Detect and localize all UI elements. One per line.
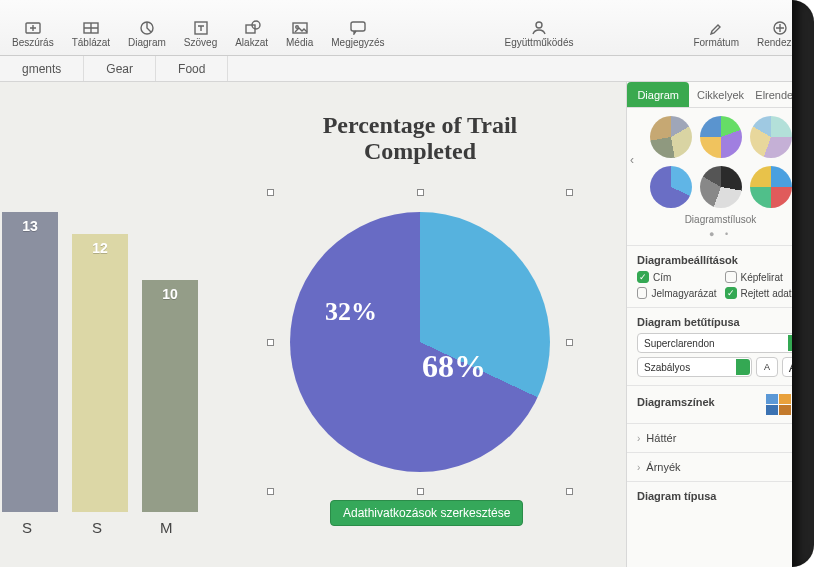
styles-label: Diagramstílusok [627,212,814,229]
selection-handle[interactable] [267,339,274,346]
colors-title: Diagramszínek [637,396,715,408]
chart-type-row[interactable]: Diagram típusa [627,482,814,510]
checkbox-title[interactable]: ✓Cím [637,271,717,283]
plus-box-icon [24,19,42,35]
pie-chart-selection[interactable]: 32% 68% [270,192,570,492]
chart-style[interactable] [650,116,692,158]
chart-style[interactable] [750,166,792,208]
toolbar: Beszúrás Táblázat Diagram Szöveg Alakzat… [0,0,814,56]
format-button[interactable]: Formátum [691,15,741,52]
chevron-right-icon: › [637,433,640,444]
chart-settings-panel: Diagrambeállítások ✓Cím Képfelirat Jelma… [627,246,814,308]
chevron-right-icon: › [637,462,640,473]
svg-point-9 [536,22,542,28]
pie-chart[interactable] [290,212,550,472]
sheet-tab[interactable]: gments [0,56,84,81]
chart-style[interactable] [650,166,692,208]
pie-slice-label: 68% [422,348,486,385]
selection-handle[interactable] [566,488,573,495]
chart-style[interactable] [700,116,742,158]
pie-icon [138,19,156,35]
background-row[interactable]: ›Háttér [627,424,814,453]
chevron-left-icon[interactable]: ‹ [630,153,634,167]
checkbox-legend[interactable]: Jelmagyarázat [637,287,717,299]
chart-title[interactable]: Percentage of Trail Completed [270,112,570,165]
bar-value: 13 [22,218,38,234]
bar-value: 10 [162,286,178,302]
shape-button[interactable]: Alakzat [233,15,270,52]
font-title: Diagram betűtípusa [637,316,804,328]
selection-handle[interactable] [267,189,274,196]
bar [142,280,198,512]
person-icon [530,19,548,35]
text-icon [192,19,210,35]
svg-rect-8 [351,22,365,31]
bar-category: S [22,519,32,536]
sheet-tab[interactable]: Gear [84,56,156,81]
selection-handle[interactable] [417,488,424,495]
chart-colors-panel: Diagramszínek [627,386,814,424]
layers-icon [771,19,789,35]
table-button[interactable]: Táblázat [70,15,112,52]
brush-icon [707,19,725,35]
pie-slice-label: 32% [325,297,377,327]
media-button[interactable]: Média [284,15,315,52]
selection-handle[interactable] [566,189,573,196]
collaborate-button[interactable]: Együttműködés [503,15,576,52]
bar [72,234,128,512]
chart-style-thumbnails: ‹ › [627,108,814,212]
bar [2,212,58,512]
bar-chart[interactable]: 13 12 10 S S M [0,162,200,542]
sidebar-tabs: Diagram Cikkelyek Elrendezés [627,82,814,108]
chart-style[interactable] [700,166,742,208]
bar-category: S [92,519,102,536]
image-icon [291,19,309,35]
bar-category: M [160,519,173,536]
comment-icon [349,19,367,35]
table-icon [82,19,100,35]
chart-button[interactable]: Diagram [126,15,168,52]
chart-font-panel: Diagram betűtípusa Superclarendon Szabál… [627,308,814,386]
bar-value: 12 [92,240,108,256]
insert-button[interactable]: Beszúrás [10,15,56,52]
comment-button[interactable]: Megjegyzés [329,15,386,52]
shadow-row[interactable]: ›Árnyék [627,453,814,482]
settings-title: Diagrambeállítások [637,254,804,266]
font-weight-select[interactable]: Szabályos [637,357,752,377]
chart-style[interactable] [750,116,792,158]
selection-handle[interactable] [566,339,573,346]
selection-handle[interactable] [267,488,274,495]
font-family-select[interactable]: Superclarendon [637,333,804,353]
sheet-tab[interactable]: Food [156,56,228,81]
text-button[interactable]: Szöveg [182,15,219,52]
font-smaller-button[interactable]: A [756,357,778,377]
spreadsheet-canvas[interactable]: 13 12 10 S S M Percentage of Trail Compl… [0,82,626,567]
device-bezel [792,0,814,567]
pager-dots[interactable]: ● • [627,229,814,246]
tab-wedges[interactable]: Cikkelyek [689,82,751,107]
svg-point-7 [295,26,298,29]
selection-handle[interactable] [417,189,424,196]
shape-icon [243,19,261,35]
format-sidebar: Diagram Cikkelyek Elrendezés ‹ › Diagram… [626,82,814,567]
tab-diagram[interactable]: Diagram [627,82,689,107]
sheet-tabs: gments Gear Food [0,56,814,82]
edit-data-references-button[interactable]: Adathivatkozások szerkesztése [330,500,523,526]
